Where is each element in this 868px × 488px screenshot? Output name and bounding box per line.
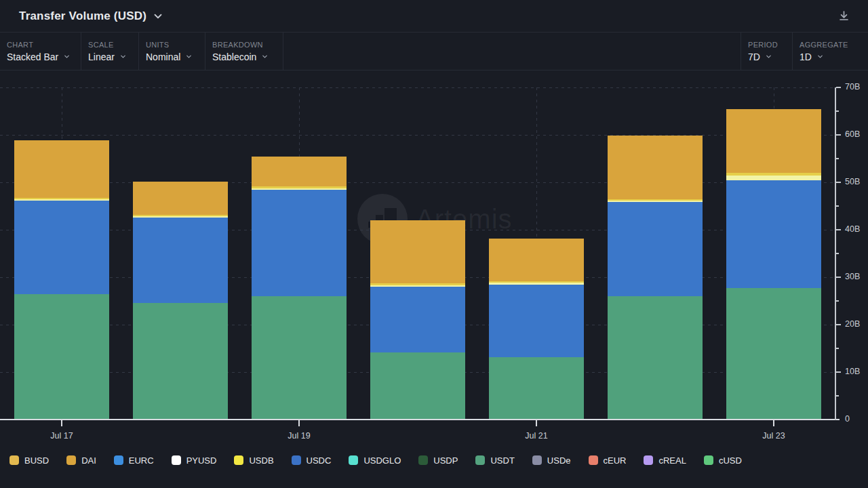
control-label: SCALE (88, 41, 130, 49)
period-dropdown[interactable]: PERIOD 7D (741, 33, 792, 70)
bar-jul-20 (370, 220, 465, 420)
bar-jul-19 (252, 157, 347, 420)
legend-item-pyusd[interactable]: PYUSD (172, 453, 217, 467)
x-tick (773, 420, 774, 426)
bar-jul-18 (133, 182, 228, 420)
bar-segment-usdc[interactable] (14, 201, 109, 294)
bar-segment-usdc[interactable] (252, 190, 347, 296)
control-value: Stacked Bar (7, 52, 58, 62)
bar-segment-dai[interactable] (252, 157, 347, 187)
legend-label: cEUR (604, 455, 627, 466)
x-tick (536, 420, 537, 426)
bar-segment-usdt[interactable] (133, 303, 228, 420)
chart-type-dropdown[interactable]: CHART Stacked Bar (0, 33, 81, 70)
y-tick (836, 277, 841, 278)
bar-segment-dai[interactable] (14, 140, 109, 198)
x-tick (61, 420, 62, 426)
bar-segment-usdt[interactable] (726, 288, 821, 420)
bar-segment-dai[interactable] (726, 109, 821, 173)
legend-item-usdt[interactable]: USDT (475, 453, 514, 467)
y-axis-label: 70B (845, 82, 860, 92)
bar-segment-pyusd[interactable] (726, 176, 821, 180)
x-axis-label: Jul 17 (35, 431, 89, 441)
legend-swatch (418, 455, 428, 465)
metric-dropdown[interactable]: Transfer Volume (USD) (19, 9, 164, 23)
legend: BUSDDAIEURCPYUSDUSDBUSDCUSDGLOUSDPUSDTUS… (0, 446, 868, 488)
legend-label: USDGLO (363, 455, 401, 466)
legend-item-ceur[interactable]: cEUR (589, 453, 627, 467)
legend-item-usde[interactable]: USDe (532, 453, 571, 467)
download-icon (837, 9, 850, 22)
chevron-down-icon (152, 10, 164, 22)
bar-segment-usdt[interactable] (608, 296, 703, 420)
legend-label: USDB (249, 455, 273, 466)
legend-swatch (589, 455, 598, 465)
bar-segment-usdt[interactable] (370, 352, 465, 420)
legend-item-usdglo[interactable]: USDGLO (349, 453, 401, 467)
y-tick (836, 182, 841, 183)
chevron-down-icon (816, 53, 824, 60)
legend-swatch (234, 455, 243, 465)
y-minor-tick (836, 205, 839, 207)
chevron-down-icon (765, 53, 772, 60)
legend-label: PYUSD (186, 455, 217, 466)
legend-item-busd[interactable]: BUSD (9, 453, 49, 467)
breakdown-dropdown[interactable]: BREAKDOWN Stablecoin (205, 33, 283, 70)
bar-jul-22 (608, 136, 703, 420)
units-dropdown[interactable]: UNITS Nominal (139, 33, 205, 70)
chevron-down-icon (63, 53, 71, 60)
chart-toolbar: CHART Stacked Bar SCALE Linear UNITS Nom… (0, 33, 868, 70)
y-axis-label: 50B (845, 177, 860, 186)
bar-segment-usdc[interactable] (608, 202, 703, 296)
y-axis-label: 10B (845, 367, 860, 376)
bar-segment-usdt[interactable] (14, 294, 109, 420)
legend-swatch (114, 455, 123, 465)
legend-item-eurc[interactable]: EURC (114, 453, 154, 467)
bar-segment-usdt[interactable] (489, 357, 584, 420)
chevron-down-icon (119, 53, 127, 60)
bar-segment-usdc[interactable] (133, 218, 228, 303)
y-minor-tick (836, 300, 839, 302)
x-tick (298, 420, 300, 426)
legend-swatch (349, 455, 358, 465)
bar-segment-usdc[interactable] (489, 285, 584, 358)
bar-segment-dai[interactable] (489, 239, 584, 281)
y-tick (836, 134, 841, 136)
chevron-down-icon (261, 53, 269, 60)
legend-label: DAI (81, 455, 96, 466)
bar-segment-dai[interactable] (370, 220, 465, 283)
y-tick (836, 371, 841, 373)
bar-segment-usdc[interactable] (370, 287, 465, 352)
scale-dropdown[interactable]: SCALE Linear (81, 33, 139, 70)
bar-segment-dai[interactable] (608, 136, 703, 199)
y-axis-label: 60B (845, 129, 860, 139)
legend-swatch (644, 455, 653, 465)
bar-segment-usdt[interactable] (252, 296, 347, 420)
h-gridline (0, 135, 833, 136)
download-button[interactable] (834, 7, 853, 26)
legend-item-usdb[interactable]: USDB (234, 453, 273, 467)
legend-label: cREAL (658, 455, 686, 466)
legend-item-creal[interactable]: cREAL (644, 453, 686, 467)
legend-swatch (292, 455, 301, 465)
h-gridline (0, 87, 833, 88)
legend-swatch (172, 455, 181, 465)
legend-swatch (532, 455, 542, 465)
legend-item-usdp[interactable]: USDP (418, 453, 458, 467)
legend-label: USDT (490, 455, 514, 466)
legend-item-cusd[interactable]: cUSD (704, 453, 742, 467)
bar-jul-17 (14, 140, 109, 420)
legend-swatch (66, 455, 76, 465)
bar-segment-usdc[interactable] (726, 180, 821, 288)
aggregate-dropdown[interactable]: AGGREGATE 1D (792, 33, 868, 70)
control-value: Nominal (146, 52, 180, 62)
legend-label: cUSD (719, 455, 742, 466)
control-label: UNITS (146, 41, 197, 49)
y-minor-tick (836, 348, 839, 349)
legend-item-dai[interactable]: DAI (66, 453, 96, 467)
y-minor-tick (836, 253, 839, 254)
bar-segment-dai[interactable] (133, 182, 228, 215)
y-tick (836, 229, 841, 230)
legend-item-usdc[interactable]: USDC (292, 453, 332, 467)
control-label: CHART (7, 41, 73, 49)
